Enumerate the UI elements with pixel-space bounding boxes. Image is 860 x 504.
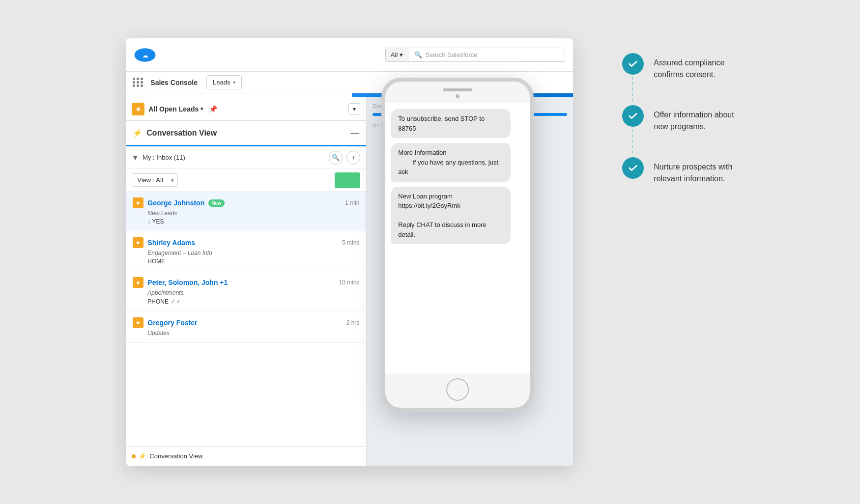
phone-screen: To unsubscribe, send STOP to 88765 More … bbox=[385, 103, 530, 373]
bottom-label: Conversation View bbox=[149, 452, 202, 460]
check-icon-1 bbox=[628, 58, 638, 69]
filter-icon[interactable]: ▼ bbox=[132, 154, 139, 162]
minimize-btn[interactable]: — bbox=[350, 128, 359, 138]
leads-tab[interactable]: Leads ▾ bbox=[206, 75, 242, 89]
leads-star-icon: ★ bbox=[132, 103, 144, 115]
contact-name-peter: Peter, Solomon, John +1 bbox=[147, 279, 228, 286]
inbox-label: My : Inbox (11) bbox=[143, 154, 325, 161]
green-badge bbox=[335, 172, 360, 188]
salesforce-logo: ☁ bbox=[134, 46, 156, 64]
contact-detail-george: ↓ YES bbox=[133, 218, 359, 225]
contact-list: ★ George Johnston New 1 min New Leads ↓ … bbox=[126, 192, 366, 446]
left-panel: ★ All Open Leads ▾ 📌 ▾ ⚡ Conversation Vi… bbox=[126, 97, 367, 466]
feature-item-2: Offer information aboutnew programs. bbox=[622, 105, 734, 133]
page-wrapper: ☁ All ▾ 🔍 Search Salesforce bbox=[0, 0, 860, 504]
feature-check-3 bbox=[622, 157, 644, 179]
contact-star-george: ★ bbox=[133, 197, 143, 208]
contact-detail-shirley: HOME bbox=[133, 258, 359, 265]
features-panel: Assured complianceconfirms consent. Offe… bbox=[612, 38, 734, 185]
search-bar: All ▾ 🔍 Search Salesforce bbox=[385, 48, 565, 62]
check-icon-2 bbox=[628, 111, 638, 121]
contact-star-peter: ★ bbox=[133, 277, 143, 288]
leads-title-arrow: ▾ bbox=[201, 106, 203, 112]
leads-header: ★ All Open Leads ▾ 📌 ▾ bbox=[126, 97, 366, 121]
contact-item[interactable]: ★ George Johnston New 1 min New Leads ↓ … bbox=[126, 192, 366, 231]
feature-text-1: Assured complianceconfirms consent. bbox=[654, 53, 724, 81]
contact-item[interactable]: ★ Peter, Solomon, John +1 10 mins Appoin… bbox=[126, 271, 366, 311]
feature-text-3: Nurture prospects withrelevant informati… bbox=[654, 157, 732, 185]
sms-bubble-2: More Information If you have any questio… bbox=[391, 143, 511, 182]
top-navbar: ☁ All ▾ 🔍 Search Salesforce bbox=[126, 38, 573, 72]
feature-text-2: Offer information aboutnew programs. bbox=[654, 105, 734, 133]
contact-top-george: ★ George Johnston New 1 min bbox=[133, 197, 359, 208]
contact-time-peter: 10 mins bbox=[339, 279, 359, 286]
lightning-icon: ⚡ bbox=[133, 128, 143, 138]
search-icon: 🔍 bbox=[414, 51, 422, 58]
new-badge-george: New bbox=[208, 199, 225, 207]
contact-item[interactable]: ★ Gregory Foster 2 hrs Updates bbox=[126, 311, 366, 343]
contact-sub-george: New Leads bbox=[133, 210, 359, 217]
contact-item[interactable]: ★ Shirley Adams 5 mins Engagement – Loan… bbox=[126, 231, 366, 271]
double-check-icon: ✓✓ bbox=[171, 298, 181, 305]
contact-sub-shirley: Engagement – Loan Info bbox=[133, 250, 359, 256]
view-bar: View : All bbox=[126, 169, 366, 192]
contact-sub-gregory: Updates bbox=[133, 330, 359, 336]
contact-top-peter: ★ Peter, Solomon, John +1 10 mins bbox=[133, 277, 359, 288]
view-select[interactable]: View : All bbox=[132, 173, 178, 187]
filter-bar: ▼ My : Inbox (11) 🔍 ＋ bbox=[126, 146, 366, 169]
main-container: ☁ All ▾ 🔍 Search Salesforce bbox=[126, 38, 734, 466]
contact-detail-peter: PHONE ✓✓ bbox=[133, 298, 359, 305]
contact-star-gregory: ★ bbox=[133, 317, 143, 328]
feature-item-3: Nurture prospects withrelevant informati… bbox=[622, 157, 734, 185]
contact-top-gregory: ★ Gregory Foster 2 hrs bbox=[133, 317, 359, 328]
contact-name-george: George Johnston bbox=[147, 199, 204, 207]
sms-bubble-3: New Loan program https://bit.ly/2GsyRmkR… bbox=[391, 187, 511, 245]
view-select-wrap[interactable]: View : All bbox=[132, 173, 178, 187]
add-button[interactable]: ＋ bbox=[346, 151, 360, 165]
svg-text:☁: ☁ bbox=[143, 52, 148, 58]
contact-top-shirley: ★ Shirley Adams 5 mins bbox=[133, 237, 359, 248]
contact-time-shirley: 5 mins bbox=[342, 239, 359, 246]
contact-name-shirley: Shirley Adams bbox=[147, 239, 195, 247]
conversation-view-title: Conversation View bbox=[146, 129, 346, 138]
contact-time-gregory: 2 hrs bbox=[346, 319, 360, 326]
bottom-bar: ⚡ Conversation View bbox=[126, 446, 366, 466]
search-all-label: All bbox=[391, 51, 398, 58]
apps-icon[interactable] bbox=[133, 78, 143, 87]
contact-sub-peter: Appointments bbox=[133, 289, 359, 296]
phone-camera bbox=[456, 94, 459, 98]
leads-dropdown-btn[interactable]: ▾ bbox=[348, 103, 360, 115]
leads-tab-chevron: ▾ bbox=[233, 80, 235, 85]
console-label: Sales Console bbox=[150, 79, 198, 86]
phone-home-button[interactable] bbox=[446, 378, 469, 401]
contact-time-george: 1 min bbox=[345, 199, 359, 206]
search-placeholder: Search Salesforce bbox=[425, 51, 477, 58]
pin-icon[interactable]: 📌 bbox=[209, 105, 217, 113]
bottom-lightning-icon: ⚡ bbox=[139, 452, 146, 460]
phone-speaker bbox=[443, 88, 472, 91]
check-icon-3 bbox=[628, 163, 638, 173]
search-all-chevron: ▾ bbox=[400, 51, 403, 58]
bottom-dot bbox=[132, 454, 136, 458]
search-button[interactable]: 🔍 bbox=[329, 151, 343, 165]
sf-window: ☁ All ▾ 🔍 Search Salesforce bbox=[126, 38, 573, 466]
phone-mockup: To unsubscribe, send STOP to 88765 More … bbox=[381, 78, 534, 412]
contact-name-gregory: Gregory Foster bbox=[147, 319, 197, 327]
conversation-view-header: ⚡ Conversation View — bbox=[126, 121, 366, 146]
search-input-wrap[interactable]: 🔍 Search Salesforce bbox=[408, 48, 565, 62]
search-all-dropdown[interactable]: All ▾ bbox=[385, 48, 408, 62]
sms-bubble-1: To unsubscribe, send STOP to 88765 bbox=[391, 109, 511, 138]
feature-check-2 bbox=[622, 105, 644, 127]
contact-star-shirley: ★ bbox=[133, 237, 143, 248]
leads-title: All Open Leads ▾ bbox=[148, 105, 203, 113]
feature-item-1: Assured complianceconfirms consent. bbox=[622, 53, 734, 81]
leads-tab-label: Leads bbox=[213, 79, 230, 86]
feature-check-1 bbox=[622, 53, 644, 75]
